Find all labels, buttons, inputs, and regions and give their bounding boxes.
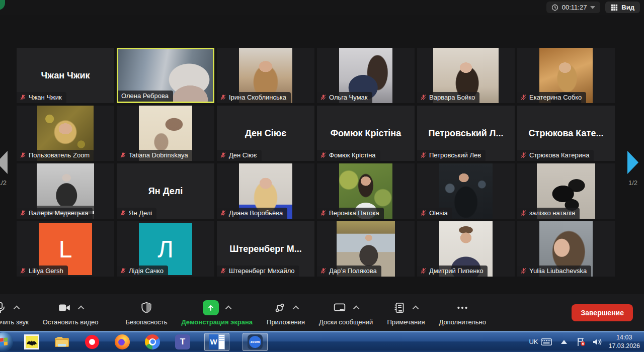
mic-off-icon xyxy=(320,94,327,101)
participant-tile[interactable]: Пользователь Zoom xyxy=(17,106,114,161)
shield-icon xyxy=(140,301,153,314)
meeting-toolbar: Включить звук Остановить видео Безопасно… xyxy=(0,294,644,331)
apps-button[interactable]: Приложения xyxy=(267,299,305,326)
mic-off-icon xyxy=(420,152,427,158)
participant-tile[interactable]: Ірина Скоблинська xyxy=(217,48,314,103)
speaker-icon[interactable] xyxy=(592,337,602,346)
participant-tile[interactable]: Штеренберг М...Штеренберг Михайло xyxy=(217,221,314,277)
page-indicator: 1/2 xyxy=(0,179,7,187)
mic-off-icon xyxy=(320,152,327,158)
start-button[interactable] xyxy=(0,332,13,351)
participant-name-label: Вероніка Патока xyxy=(317,208,384,219)
share-options-chevron[interactable] xyxy=(225,305,231,312)
participant-tile[interactable]: Екатерина Собко xyxy=(517,48,615,103)
mute-button[interactable]: Включить звук xyxy=(0,299,29,326)
more-button[interactable]: Дополнительно xyxy=(439,299,486,326)
share-screen-label: Демонстрация экрана xyxy=(181,318,253,326)
participant-name-label: Пользователь Zoom xyxy=(17,150,94,161)
share-screen-button[interactable]: Демонстрация экрана xyxy=(181,299,253,326)
taskbar-firefox-icon[interactable] xyxy=(114,333,131,350)
view-button-label: Вид xyxy=(621,4,634,11)
stop-video-button[interactable]: Остановить видео xyxy=(43,299,99,326)
participant-tile[interactable]: Дар’я Полякова xyxy=(317,221,415,277)
mic-options-chevron[interactable] xyxy=(14,305,20,312)
mic-off-icon xyxy=(20,268,26,274)
chevron-down-icon[interactable] xyxy=(590,6,595,9)
participant-name-label: Лідія Сачко xyxy=(117,266,168,277)
participant-tile[interactable]: Варвара Бойко xyxy=(417,48,515,103)
participant-name-label: Yuliia Liubachevska xyxy=(517,266,591,277)
participant-tile[interactable]: Tatiana Dobrinskaya xyxy=(117,106,214,161)
arrow-right-icon[interactable] xyxy=(627,151,638,174)
participant-tile[interactable]: Ден СіюєДен Сіює xyxy=(217,106,314,161)
mic-off-icon xyxy=(520,210,527,216)
language-code: UK xyxy=(529,338,538,345)
participant-tile[interactable]: Ян ДеліЯн Делі xyxy=(117,163,214,219)
mic-off-icon xyxy=(220,152,226,158)
taskbar-word-app[interactable]: W xyxy=(204,333,229,351)
participant-tile[interactable]: Yuliia Liubachevska xyxy=(517,221,615,277)
mic-off-icon xyxy=(220,210,226,216)
show-hidden-icons[interactable] xyxy=(561,340,567,344)
participant-name-label: Екатерина Собко xyxy=(517,92,586,103)
taskbar-opera-icon[interactable] xyxy=(84,333,101,350)
gallery-next-page[interactable]: 1/2 xyxy=(623,151,643,187)
participant-name-label: Варвара Бойко xyxy=(417,92,479,103)
participant-tile[interactable]: Дмитрий Пипенко xyxy=(417,221,515,277)
taskbar-teams-icon[interactable]: T xyxy=(174,333,191,350)
meeting-timer[interactable]: 00:11:27 xyxy=(546,2,601,13)
notes-options-chevron[interactable] xyxy=(413,305,419,312)
taskbar-explorer-icon[interactable] xyxy=(53,333,70,350)
mic-off-icon xyxy=(520,268,527,274)
participant-name-label: Дмитрий Пипенко xyxy=(417,266,488,277)
mic-off-icon xyxy=(220,94,226,101)
taskbar-the-bat-icon[interactable] xyxy=(23,333,40,350)
participant-tile[interactable]: Ольга Чумак xyxy=(317,48,415,103)
whiteboards-button[interactable]: Доски сообщений xyxy=(319,299,373,326)
mic-off-icon xyxy=(420,94,427,101)
view-button[interactable]: Вид xyxy=(605,2,640,13)
participant-tile[interactable]: Диана Воробьёва xyxy=(217,163,314,219)
mic-off-icon xyxy=(220,268,226,274)
apps-icon xyxy=(273,301,286,314)
security-button[interactable]: Безопасность xyxy=(125,299,167,326)
mic-off-icon xyxy=(20,94,26,101)
participant-name-label: Ян Делі xyxy=(117,208,156,219)
participant-tile[interactable]: Olesia xyxy=(417,163,515,219)
participant-tile[interactable]: LLiliya Gersh xyxy=(17,221,114,277)
participant-tile[interactable]: Олена Реброва xyxy=(117,48,214,103)
mic-off-icon xyxy=(120,268,126,274)
video-options-chevron[interactable] xyxy=(77,305,84,312)
action-center-flag-icon[interactable] xyxy=(576,337,586,346)
participant-name-label: Чжан Чжик xyxy=(17,92,66,103)
participant-tile[interactable]: Вероніка Патока xyxy=(317,163,415,219)
gallery-prev-page[interactable]: 1/2 xyxy=(0,151,12,187)
participant-tile[interactable]: Чжан ЧжикЧжан Чжик xyxy=(17,48,114,103)
mic-off-icon xyxy=(120,210,126,216)
participant-name-label: Петровський Лев xyxy=(417,150,486,161)
notes-button[interactable]: Примечания xyxy=(387,299,425,326)
participant-name-label: Tatiana Dobrinskaya xyxy=(117,150,193,161)
participant-name-label: Диана Воробьёва xyxy=(217,208,287,219)
mic-off-icon xyxy=(420,268,427,274)
participant-tile[interactable]: Валерія Медвецька xyxy=(17,163,114,219)
zoom-icon: zoom xyxy=(248,334,263,349)
participant-tile[interactable]: Петровський Л...Петровський Лев xyxy=(417,106,515,161)
apps-label: Приложения xyxy=(267,318,305,326)
mic-off-icon xyxy=(20,152,26,158)
participant-tile[interactable]: Фомюк КрістінаФомюк Крістіна xyxy=(317,106,415,161)
taskbar-zoom-app[interactable]: zoom xyxy=(243,333,268,351)
whiteboards-options-chevron[interactable] xyxy=(353,305,360,312)
mic-off-icon xyxy=(520,94,527,101)
clock-time: 14:03 xyxy=(608,333,640,341)
taskbar-clock[interactable]: 14:03 17.03.2026 xyxy=(608,333,640,350)
taskbar-chrome-icon[interactable] xyxy=(144,333,161,350)
participant-tile[interactable]: ЛЛідія Сачко xyxy=(117,221,214,277)
windows-taskbar: T W zoom UK 14:03 17.03.2026 xyxy=(0,331,644,352)
participant-tile[interactable]: залізко наталія xyxy=(517,163,615,219)
apps-options-chevron[interactable] xyxy=(292,305,299,312)
arrow-left-icon[interactable] xyxy=(0,151,8,174)
participant-tile[interactable]: Стрюкова Кате...Стрюкова Катерина xyxy=(517,106,615,161)
language-indicator[interactable]: UK xyxy=(529,338,552,345)
end-meeting-button[interactable]: Завершение xyxy=(572,304,633,321)
